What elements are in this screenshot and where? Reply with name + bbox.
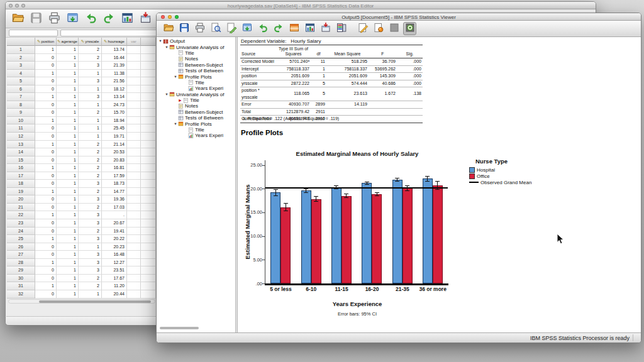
grid-cell[interactable]: [141, 195, 156, 204]
grid-cell[interactable]: 2: [79, 172, 102, 180]
grid-cell[interactable]: [141, 251, 156, 259]
grid-cell[interactable]: 3: [79, 219, 102, 228]
grid-cell[interactable]: 2: [79, 46, 102, 54]
insert-pivot-table-button[interactable]: [319, 22, 332, 35]
grid-cell[interactable]: [141, 124, 156, 133]
export-output-button[interactable]: [225, 22, 238, 35]
tree-item-univariate-analysis-of[interactable]: ▼Univariate Analysis of: [157, 44, 235, 50]
row-header-7[interactable]: 7: [7, 93, 35, 101]
row-header-15[interactable]: 15: [7, 156, 35, 165]
row-header-2[interactable]: 2: [7, 54, 35, 62]
grid-cell[interactable]: 0: [35, 109, 57, 117]
grid-cell[interactable]: 3: [79, 235, 102, 243]
grid-cell[interactable]: 19.41: [102, 228, 127, 236]
open-folder-button[interactable]: [10, 11, 25, 26]
grid-cell[interactable]: 20.83: [102, 156, 127, 165]
grid-cell[interactable]: 18.73: [102, 180, 127, 188]
grid-cell[interactable]: [127, 109, 141, 117]
row-header-17[interactable]: 17: [7, 172, 35, 180]
print-button[interactable]: [47, 11, 62, 26]
grid-cell[interactable]: 2: [79, 141, 102, 149]
grid-cell[interactable]: [141, 180, 156, 188]
row-header-19[interactable]: 19: [7, 188, 35, 196]
scrollbar-thumb[interactable]: [39, 300, 151, 304]
row-header-27[interactable]: 27: [7, 251, 35, 259]
grid-cell[interactable]: 14.77: [102, 188, 127, 196]
grid-cell[interactable]: 3: [79, 266, 102, 275]
chart-builder-button[interactable]: [119, 11, 135, 26]
grid-cell[interactable]: [141, 101, 156, 109]
grid-cell[interactable]: 20.53: [102, 148, 127, 156]
grid-cell[interactable]: [127, 101, 141, 109]
grid-cell[interactable]: 3: [79, 62, 102, 70]
disclosure-triangle[interactable]: ▼: [164, 45, 169, 50]
grid-cell[interactable]: .: [102, 211, 127, 219]
grid-cell[interactable]: [127, 188, 141, 196]
grid-cell[interactable]: 1: [57, 164, 79, 172]
grid-cell[interactable]: 17.59: [102, 172, 127, 180]
tree-item-profile-plots[interactable]: ▼Profile Plots: [157, 74, 235, 79]
grid-cell[interactable]: 12.27: [102, 259, 127, 267]
grid-cell[interactable]: 2: [79, 228, 102, 236]
grid-cell[interactable]: 1: [57, 243, 79, 251]
grid-cell[interactable]: [127, 124, 141, 133]
grid-cell[interactable]: 1: [35, 46, 57, 54]
grid-cell[interactable]: 2: [79, 282, 102, 290]
grid-cell[interactable]: 1: [79, 101, 102, 109]
undo-button[interactable]: [83, 11, 98, 26]
grid-cell[interactable]: [141, 290, 156, 299]
grid-cell[interactable]: 1: [57, 228, 79, 236]
grid-cell[interactable]: [141, 259, 156, 267]
grid-cell[interactable]: 1: [57, 148, 79, 156]
grid-cell[interactable]: 1: [35, 117, 57, 125]
grid-cell[interactable]: [141, 156, 156, 165]
grid-cell[interactable]: 0: [35, 275, 57, 283]
grid-cell[interactable]: 17.03: [102, 204, 127, 212]
grid-cell[interactable]: [141, 133, 156, 141]
disclosure-triangle[interactable]: ▼: [173, 74, 178, 80]
row-header-11[interactable]: 11: [7, 124, 35, 133]
grid-cell[interactable]: [141, 211, 156, 219]
tree-item-years-experi[interactable]: Years Experi: [157, 85, 235, 91]
grid-cell[interactable]: 2: [79, 148, 102, 156]
row-header-20[interactable]: 20: [7, 195, 35, 204]
grid-cell[interactable]: 0: [35, 243, 57, 251]
row-header-14[interactable]: 14: [7, 148, 35, 156]
grid-cell[interactable]: [127, 70, 141, 78]
grid-cell[interactable]: 1: [35, 211, 57, 219]
grid-cell[interactable]: [127, 164, 141, 172]
row-header-12[interactable]: 12: [7, 133, 35, 141]
grid-cell[interactable]: 1: [57, 85, 79, 94]
tree-item-tests-of-between[interactable]: Tests of Between: [157, 115, 235, 121]
grid-cell[interactable]: 2: [79, 275, 102, 283]
grid-cell[interactable]: 1: [57, 77, 79, 85]
grid-cell[interactable]: 17.67: [102, 275, 127, 283]
grid-cell[interactable]: [127, 259, 141, 267]
grid-cell[interactable]: 18.12: [102, 85, 127, 94]
row-header-3[interactable]: 3: [7, 62, 35, 70]
column-header-position[interactable]: ✎position: [35, 38, 57, 46]
grid-cell[interactable]: 0: [35, 219, 57, 228]
grid-cell[interactable]: 0: [35, 204, 57, 212]
grid-cell[interactable]: 0: [35, 77, 57, 85]
row-header-8[interactable]: 8: [7, 101, 35, 109]
grid-cell[interactable]: 0: [35, 133, 57, 141]
grid-cell[interactable]: 1: [57, 290, 79, 299]
grid-cell[interactable]: 16.81: [102, 164, 127, 172]
grid-cell[interactable]: 0: [35, 195, 57, 204]
tree-item-between-subject[interactable]: Between-Subject: [157, 62, 235, 68]
grid-cell[interactable]: [127, 290, 141, 299]
grid-cell[interactable]: 11.20: [102, 282, 127, 290]
tree-item-profile-plots[interactable]: ▼Profile Plots: [157, 121, 235, 126]
grid-cell[interactable]: [127, 204, 141, 212]
grid-cell[interactable]: 0: [35, 172, 57, 180]
grid-cell[interactable]: 2: [79, 164, 102, 172]
grid-cell[interactable]: 3: [79, 93, 102, 101]
grid-cell[interactable]: 3: [79, 211, 102, 219]
grid-cell[interactable]: 1: [57, 172, 79, 180]
column-header-hourwage[interactable]: ✎hourwage: [102, 38, 127, 46]
grid-cell[interactable]: 0: [35, 180, 57, 188]
grid-cell[interactable]: [127, 275, 141, 283]
show-variables-button[interactable]: [335, 22, 348, 35]
disclosure-triangle[interactable]: ▼: [164, 92, 169, 97]
